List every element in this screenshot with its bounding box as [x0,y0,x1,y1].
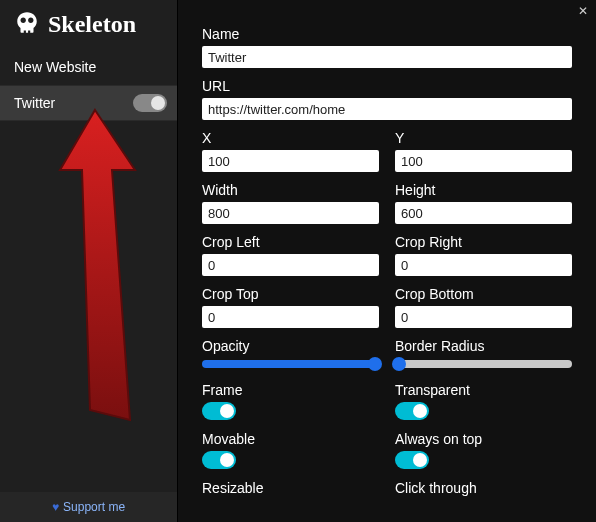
site-list: Twitter [0,85,177,492]
app-title: Skeleton [48,11,136,38]
brand: Skeleton [0,0,177,49]
crop-top-label: Crop Top [202,286,379,302]
transparent-label: Transparent [395,382,572,398]
height-input[interactable] [395,202,572,224]
y-label: Y [395,130,572,146]
crop-bottom-label: Crop Bottom [395,286,572,302]
always-on-top-toggle[interactable] [395,451,429,469]
resizable-label: Resizable [202,480,379,496]
url-input[interactable] [202,98,572,120]
name-input[interactable] [202,46,572,68]
sidebar: Skeleton New Website Twitter ♥Support me [0,0,178,522]
height-label: Height [395,182,572,198]
site-item-label: Twitter [14,95,55,111]
settings-panel: Name URL X Y Width Height [178,0,596,522]
crop-right-label: Crop Right [395,234,572,250]
x-label: X [202,130,379,146]
opacity-label: Opacity [202,338,379,354]
heart-icon: ♥ [52,500,59,514]
width-label: Width [202,182,379,198]
site-enable-toggle[interactable] [133,94,167,112]
support-label: Support me [63,500,125,514]
url-label: URL [202,78,572,94]
x-input[interactable] [202,150,379,172]
frame-toggle[interactable] [202,402,236,420]
name-label: Name [202,26,572,42]
new-website-label: New Website [14,59,96,75]
movable-label: Movable [202,431,379,447]
border-radius-label: Border Radius [395,338,572,354]
frame-label: Frame [202,382,379,398]
click-through-label: Click through [395,480,572,496]
width-input[interactable] [202,202,379,224]
crop-left-input[interactable] [202,254,379,276]
close-icon[interactable]: ✕ [578,4,588,18]
crop-left-label: Crop Left [202,234,379,250]
skull-icon [14,10,40,39]
always-on-top-label: Always on top [395,431,572,447]
crop-bottom-input[interactable] [395,306,572,328]
crop-right-input[interactable] [395,254,572,276]
crop-top-input[interactable] [202,306,379,328]
border-radius-slider[interactable] [395,360,572,368]
app-window: ✕ Skeleton New Website Twitter ♥Support … [0,0,596,522]
transparent-toggle[interactable] [395,402,429,420]
support-button[interactable]: ♥Support me [0,492,177,522]
site-item-twitter[interactable]: Twitter [0,85,177,121]
movable-toggle[interactable] [202,451,236,469]
new-website-button[interactable]: New Website [0,49,177,85]
y-input[interactable] [395,150,572,172]
opacity-slider[interactable] [202,360,379,368]
